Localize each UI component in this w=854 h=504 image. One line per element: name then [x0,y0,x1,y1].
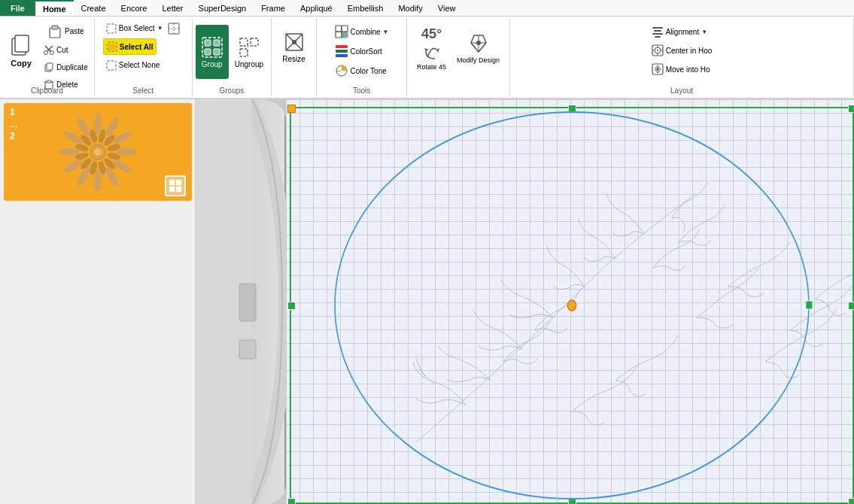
handle-mr[interactable] [848,302,854,310]
menu-letter[interactable]: Letter [154,0,190,16]
svg-rect-92 [176,187,181,192]
svg-point-64 [104,116,121,138]
menu-encore[interactable]: Encore [114,0,155,16]
selection-circle-svg [291,108,852,502]
menu-view[interactable]: View [430,0,463,16]
color-sort-button[interactable]: ColorSort [332,42,385,60]
center-hoop-button[interactable]: Center in Hoo [649,41,716,59]
select-group: Box Select ▼ Select All [95,18,193,96]
ungroup-button[interactable]: Ungroup [230,25,268,79]
handle-bc[interactable] [568,498,576,504]
svg-rect-40 [336,54,348,57]
menu-superdesign[interactable]: SuperDesign [191,0,254,16]
color-tone-button[interactable]: Color Tone [332,62,390,80]
svg-rect-39 [336,50,348,53]
handle-tr[interactable] [848,105,854,113]
tools-label: Tools [317,87,406,95]
duplicate-button[interactable]: Duplicate [41,59,91,75]
tools-group: Combine ▼ ColorSort Color Tone [317,18,407,96]
svg-rect-91 [169,187,175,192]
menu-create[interactable]: Create [74,0,114,16]
svg-rect-1 [15,35,29,52]
menu-frame[interactable]: Frame [254,0,293,16]
colortone-icon [335,64,348,77]
alignment-label: Alignment [666,28,699,36]
svg-point-68 [104,165,121,187]
modify-design-button[interactable]: Modify Design [453,21,503,75]
move-hoop-button[interactable]: Move into Ho [649,60,713,78]
handle-bl[interactable] [287,498,296,504]
clipboard-label: Clipboard [0,87,94,95]
select-none-icon [106,60,117,71]
svg-rect-49 [652,27,663,29]
combine-dropdown-arrow: ▼ [383,29,389,35]
move-hoop-icon [652,63,664,75]
hoop-curve-svg [196,99,286,504]
menu-bar: File Home Create Encore Letter SuperDesi… [0,0,854,17]
menu-home[interactable]: Home [35,0,74,16]
paste-button[interactable]: Paste [41,21,91,41]
cut-button[interactable]: Cut [41,41,91,58]
alignment-button[interactable]: Alignment ▼ [649,23,710,41]
alignment-icon [652,26,664,38]
select-all-icon [107,41,117,52]
rotate-group: 45° Rotate 45 Modify Des [407,18,510,96]
svg-rect-18 [109,44,115,50]
svg-rect-94 [239,284,256,321]
svg-rect-25 [240,38,248,46]
canvas-area[interactable] [196,99,854,504]
svg-point-88 [94,148,102,156]
svg-point-7 [50,51,54,55]
box-select-icon [106,23,117,34]
menu-file[interactable]: File [0,0,35,16]
menu-applique[interactable]: Appliqué [293,0,340,16]
menu-modify[interactable]: Modify [391,0,430,16]
box-select-button[interactable]: Box Select ▼ [103,20,184,37]
design-thumbnail[interactable]: 1 ... 2 [4,103,192,201]
handle-ml[interactable] [287,302,296,310]
left-panel: 1 ... 2 [0,99,196,504]
ungroup-icon [238,36,260,59]
rotate45-icon [421,44,442,62]
move-hoop-label: Move into Ho [666,65,710,74]
design-canvas[interactable] [286,99,854,504]
svg-point-73 [62,129,84,147]
layout-label: Layout [510,87,853,95]
svg-rect-90 [176,180,181,185]
svg-rect-37 [342,32,348,38]
center-hoop-icon [652,44,664,56]
combine-label: Combine [351,28,381,36]
alignment-dropdown-arrow: ▼ [701,29,707,35]
svg-point-67 [111,158,133,175]
select-none-button[interactable]: Select None [103,56,163,74]
select-all-button[interactable]: Select All [103,38,157,55]
group-button[interactable]: Group [196,25,229,79]
select-label: Select [95,87,192,95]
selection-rectangle [290,107,854,504]
box-select-extra-icon [167,22,181,35]
svg-rect-24 [214,49,220,55]
menu-embellish[interactable]: Embellish [340,0,391,16]
thumbnail-design-svg [45,111,150,193]
combine-button[interactable]: Combine ▼ [332,23,392,41]
embroidery-svg [291,108,852,502]
rotate45-button[interactable]: 45° Rotate 45 [413,21,450,75]
svg-rect-27 [240,49,248,56]
svg-point-55 [657,50,658,51]
svg-point-71 [62,158,84,175]
svg-rect-51 [652,33,663,35]
handle-br[interactable] [848,498,854,504]
svg-rect-89 [169,180,175,185]
resize-button[interactable]: Resize [276,20,312,74]
handle-tc[interactable] [568,105,576,113]
copy-button[interactable]: Copy [3,20,39,80]
groups-label: Groups [193,87,271,95]
svg-rect-98 [806,301,813,309]
handle-tl[interactable] [287,105,296,113]
svg-point-72 [59,148,80,156]
svg-rect-35 [342,26,348,32]
svg-marker-43 [424,48,429,51]
clipboard-group: Copy Paste [0,18,95,96]
design-corner-icon [165,175,186,196]
group-icon [201,36,223,59]
